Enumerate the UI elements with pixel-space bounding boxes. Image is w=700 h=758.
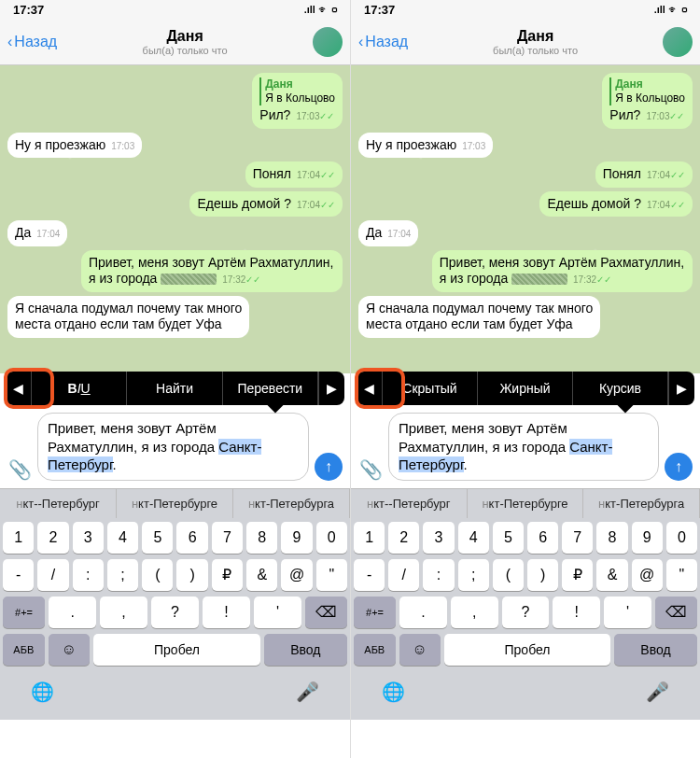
key[interactable]: : xyxy=(73,559,104,591)
translate-button[interactable]: Перевести xyxy=(223,372,318,405)
key-symbols[interactable]: #+= xyxy=(3,597,45,628)
key-enter[interactable]: Ввод xyxy=(264,634,347,666)
prediction[interactable]: нкт--Петербург xyxy=(0,489,117,518)
key[interactable]: 8 xyxy=(246,522,277,554)
chat-area[interactable]: Даня Я в Кольцово Рил?17:03✓✓ Ну я проез… xyxy=(351,65,700,373)
message-in[interactable]: Ну я проезжаю17:03 xyxy=(7,133,142,159)
message-out[interactable]: Привет, меня зовут Артём Рахматуллин, я … xyxy=(432,250,693,292)
back-button[interactable]: ‹ Назад xyxy=(358,34,408,50)
send-button[interactable]: ↑ xyxy=(665,453,693,481)
message-in[interactable]: Да17:04 xyxy=(358,220,418,246)
message-in[interactable]: Я сначала подумал почему так много места… xyxy=(358,296,600,338)
message-out[interactable]: Даня Я в Кольцово Рил?17:03✓✓ xyxy=(252,73,343,129)
chat-title-wrap[interactable]: Даня был(а) только что xyxy=(57,28,313,56)
compose-input[interactable]: Привет, меня зовут Артём Рахматуллин, я … xyxy=(388,413,659,481)
key[interactable]: ! xyxy=(553,597,600,628)
key[interactable]: ; xyxy=(458,559,489,591)
prediction[interactable]: нкт-Петербурге xyxy=(117,489,233,518)
key-emoji[interactable]: ☺ xyxy=(399,634,441,666)
key[interactable]: ' xyxy=(254,597,301,628)
key[interactable]: @ xyxy=(281,559,312,591)
key[interactable]: 4 xyxy=(107,522,138,554)
key-abc[interactable]: АБВ xyxy=(354,634,396,666)
key[interactable]: 5 xyxy=(142,522,173,554)
prediction[interactable]: нкт--Петербург xyxy=(351,489,468,518)
key[interactable]: . xyxy=(399,597,447,628)
key-space[interactable]: Пробел xyxy=(444,634,610,666)
key[interactable]: ' xyxy=(604,597,651,628)
key[interactable]: 2 xyxy=(388,522,419,554)
key[interactable]: 9 xyxy=(632,522,663,554)
message-out[interactable]: Привет, меня зовут Артём Рахматуллин, я … xyxy=(81,250,343,292)
key[interactable]: 3 xyxy=(423,522,454,554)
key[interactable]: ₽ xyxy=(212,559,243,591)
compose-input[interactable]: Привет, меня зовут Артём Рахматуллин, я … xyxy=(37,413,309,481)
key[interactable]: & xyxy=(246,559,277,591)
key[interactable]: ) xyxy=(176,559,207,591)
chat-area[interactable]: Даня Я в Кольцово Рил?17:03✓✓ Ну я проез… xyxy=(0,65,350,373)
key[interactable]: 9 xyxy=(281,522,312,554)
key[interactable]: @ xyxy=(632,559,663,591)
key[interactable]: 7 xyxy=(562,522,593,554)
mic-icon[interactable]: 🎤 xyxy=(296,681,319,703)
menu-next-icon[interactable]: ▶ xyxy=(668,372,694,405)
message-in[interactable]: Да17:04 xyxy=(7,220,67,246)
key[interactable]: 4 xyxy=(458,522,489,554)
key[interactable]: 5 xyxy=(493,522,524,554)
key-abc[interactable]: АБВ xyxy=(3,634,45,666)
key[interactable]: / xyxy=(37,559,68,591)
chat-title-wrap[interactable]: Даня был(а) только что xyxy=(408,28,663,56)
key[interactable]: 3 xyxy=(73,522,104,554)
avatar[interactable] xyxy=(313,27,343,57)
key[interactable]: ! xyxy=(203,597,250,628)
key[interactable]: ( xyxy=(142,559,173,591)
key[interactable]: ? xyxy=(502,597,550,628)
key[interactable]: ) xyxy=(527,559,558,591)
key[interactable]: 1 xyxy=(3,522,34,554)
key-enter[interactable]: Ввод xyxy=(614,634,697,666)
avatar[interactable] xyxy=(663,27,693,57)
message-out[interactable]: Едешь домой ?17:04✓✓ xyxy=(539,191,693,218)
find-button[interactable]: Найти xyxy=(127,372,222,405)
message-in[interactable]: Ну я проезжаю17:03 xyxy=(358,133,493,159)
format-bold-button[interactable]: Жирный xyxy=(478,372,573,405)
key[interactable]: 1 xyxy=(354,522,385,554)
message-out[interactable]: Понял17:04✓✓ xyxy=(595,161,693,188)
key[interactable]: " xyxy=(666,559,697,591)
attach-icon[interactable]: 📎 xyxy=(358,458,383,481)
key-delete[interactable]: ⌫ xyxy=(305,597,347,628)
key[interactable]: / xyxy=(388,559,419,591)
key[interactable]: ; xyxy=(107,559,138,591)
key[interactable]: ₽ xyxy=(562,559,593,591)
key[interactable]: 6 xyxy=(527,522,558,554)
prediction[interactable]: нкт-Петербурга xyxy=(233,489,350,518)
key[interactable]: 6 xyxy=(176,522,207,554)
key[interactable]: . xyxy=(49,597,96,628)
back-button[interactable]: ‹ Назад xyxy=(7,34,57,50)
message-in[interactable]: Я сначала подумал почему так много места… xyxy=(7,296,249,338)
key[interactable]: , xyxy=(451,597,498,628)
prediction[interactable]: нкт-Петербурге xyxy=(468,489,584,518)
key[interactable]: - xyxy=(3,559,34,591)
message-out[interactable]: Понял17:04✓✓ xyxy=(245,161,343,188)
mic-icon[interactable]: 🎤 xyxy=(646,681,669,703)
key[interactable]: ? xyxy=(151,597,199,628)
globe-icon[interactable]: 🌐 xyxy=(382,681,405,703)
key[interactable]: , xyxy=(100,597,147,628)
prediction[interactable]: нкт-Петербурга xyxy=(583,489,700,518)
key[interactable]: ( xyxy=(493,559,524,591)
key[interactable]: 0 xyxy=(316,522,347,554)
attach-icon[interactable]: 📎 xyxy=(7,458,32,481)
key[interactable]: & xyxy=(596,559,627,591)
key[interactable]: 7 xyxy=(212,522,243,554)
key[interactable]: 2 xyxy=(37,522,68,554)
key-delete[interactable]: ⌫ xyxy=(655,597,697,628)
menu-next-icon[interactable]: ▶ xyxy=(318,372,344,405)
globe-icon[interactable]: 🌐 xyxy=(31,681,54,703)
message-out[interactable]: Едешь домой ?17:04✓✓ xyxy=(189,191,343,218)
key-emoji[interactable]: ☺ xyxy=(49,634,91,666)
key[interactable]: " xyxy=(316,559,347,591)
key[interactable]: : xyxy=(423,559,454,591)
key-space[interactable]: Пробел xyxy=(93,634,260,666)
key[interactable]: 0 xyxy=(666,522,697,554)
